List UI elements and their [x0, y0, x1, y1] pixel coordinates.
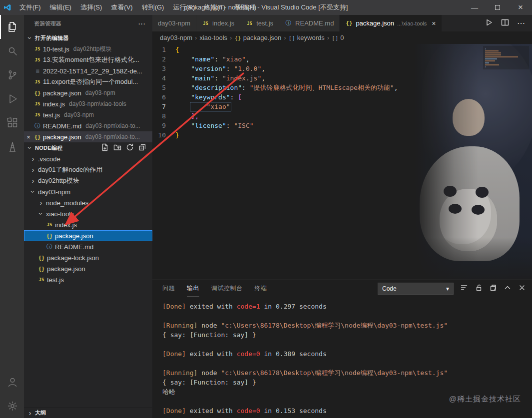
tower-icon[interactable] — [0, 135, 24, 159]
more-actions-icon[interactable]: ⋯ — [138, 19, 145, 28]
sidebar-title: 资源管理器 — [34, 20, 61, 27]
run-debug-icon[interactable] — [0, 87, 24, 111]
tree-item-4[interactable]: ›node_modules — [24, 197, 152, 208]
code-line-10[interactable]: 10} — [152, 130, 532, 140]
output-channel-select[interactable]: Code ▾ — [378, 283, 454, 295]
tree-item-11[interactable]: JStest.js — [24, 274, 152, 285]
menu-item-1[interactable]: 编辑(E) — [45, 0, 76, 15]
source-control-icon[interactable] — [0, 63, 24, 87]
unlock-button[interactable] — [475, 284, 483, 294]
code-token: "xiao" — [222, 55, 246, 63]
tree-item-10[interactable]: {}package.json — [24, 263, 152, 274]
open-editor-item-6[interactable]: JStest.jsday03-npm — [24, 109, 152, 120]
close-icon[interactable]: × — [24, 133, 33, 141]
close-panel-button[interactable] — [518, 284, 526, 294]
search-icon[interactable] — [0, 39, 24, 63]
workspace-section-header[interactable]: › NODE编程 — [24, 142, 152, 153]
code-line-3[interactable]: 3 "version": "1.0.0", — [152, 64, 532, 73]
code-line-5[interactable]: 5 "description": "提供铃鹿格式化时间、HTMLEscape相关… — [152, 83, 532, 92]
close-window-button[interactable]: × — [509, 0, 532, 15]
code-token: "version" — [191, 65, 226, 72]
maximize-button[interactable] — [486, 0, 509, 15]
minimize-button[interactable]: — — [463, 0, 486, 15]
settings-icon[interactable] — [0, 394, 24, 418]
extensions-icon[interactable] — [0, 111, 24, 135]
panel-tab-0[interactable]: 问题 — [162, 280, 175, 297]
code-text: "xiao" — [175, 102, 230, 111]
open-editor-item-7[interactable]: ⓘREADME.mdday03-npm\xiao-to... — [24, 120, 152, 131]
code-line-7[interactable]: 7 "xiao" — [152, 102, 532, 111]
tree-item-9[interactable]: {}package-lock.json — [24, 252, 152, 263]
code-token: "name" — [191, 55, 214, 63]
tree-item-6[interactable]: JSindex.js — [24, 219, 152, 230]
explorer-icon[interactable] — [0, 15, 24, 39]
new-folder-button[interactable] — [113, 143, 121, 152]
minimap-line — [485, 56, 518, 57]
tree-item-8[interactable]: ⓘREADME.md — [24, 241, 152, 252]
clear-output-button[interactable] — [460, 284, 468, 294]
breadcrumb-item-1[interactable]: xiao-tools — [199, 34, 227, 41]
tree-item-3[interactable]: ›day03-npm — [24, 186, 152, 197]
open-editor-item-8[interactable]: ×{}package.jsonday03-npm\xiao-to... — [24, 131, 152, 142]
open-editor-item-2[interactable]: ≡2022-02-15T14_22_29_158Z-de... — [24, 65, 152, 76]
code-line-1[interactable]: 1{ — [152, 45, 532, 54]
menu-item-2[interactable]: 选择(S) — [76, 0, 106, 15]
tab-2[interactable]: JStest.js — [240, 15, 279, 31]
minimap[interactable] — [483, 46, 529, 69]
breadcrumb-item-0[interactable]: day03-npm — [160, 34, 192, 41]
panel-tab-1[interactable]: 输出 — [187, 280, 199, 297]
breadcrumb-item-3[interactable]: []keywords — [289, 34, 325, 41]
code-line-6[interactable]: 6 "keywords": [ — [152, 92, 532, 102]
open-editor-item-5[interactable]: JSindex.jsday03-npm\xiao-tools — [24, 98, 152, 109]
panel-tab-3[interactable]: 终端 — [255, 280, 267, 297]
minimap-line — [485, 48, 486, 49]
open-editor-item-4[interactable]: {}package.jsonday03-npm — [24, 87, 152, 98]
code-line-2[interactable]: 2 "name": "xiao", — [152, 54, 532, 64]
code-line-9[interactable]: 9 "license": "ISC" — [152, 121, 532, 130]
file-name: 2022-02-15T14_22_29_158Z-de... — [43, 67, 142, 75]
tab-0[interactable]: day03-npm — [152, 15, 196, 31]
editor-pane[interactable]: 1{2 "name": "xiao",3 "version": "1.0.0",… — [152, 44, 532, 280]
file-description: day03-npm — [85, 89, 115, 96]
more-actions-button[interactable]: ⋯ — [517, 18, 525, 28]
file-name: README.md — [43, 122, 81, 130]
file-description: day03-npm\xiao-tools — [69, 100, 126, 107]
activity-bar-top — [0, 15, 24, 159]
tree-item-0[interactable]: ›.vscode — [24, 153, 152, 164]
outline-header[interactable]: › 大纲 — [24, 407, 152, 418]
breadcrumb-item-4[interactable]: []0 — [332, 34, 344, 41]
close-icon[interactable]: × — [432, 19, 436, 27]
panel-tab-2[interactable]: 调试控制台 — [211, 280, 243, 297]
tree-item-7[interactable]: {}package.json — [24, 230, 152, 241]
tab-bar-tabs: day03-npmJSindex.jsJStest.jsⓘREADME.md{}… — [152, 15, 442, 31]
new-file-button[interactable] — [101, 143, 109, 152]
pages-button[interactable] — [489, 284, 497, 294]
account-icon[interactable] — [0, 370, 24, 394]
tab-4[interactable]: {}package.json...\xiao-tools× — [340, 15, 442, 31]
tab-1[interactable]: JSindex.js — [196, 15, 240, 31]
window-title: package.json - node编程 - Visual Studio Co… — [184, 3, 348, 12]
breadcrumb-item-2[interactable]: {}package.json — [234, 34, 281, 41]
refresh-explorer-button[interactable] — [126, 143, 134, 152]
open-editor-item-1[interactable]: JS13.安装moment包来进行格式化... — [24, 54, 152, 65]
maximize-panel-button[interactable] — [504, 284, 512, 294]
tree-item-5[interactable]: ›xiao-tools — [24, 208, 152, 219]
collapse-folders-button[interactable] — [138, 143, 146, 152]
tree-item-2[interactable]: ›day02http模块 — [24, 175, 152, 186]
menu-item-0[interactable]: 文件(F) — [15, 0, 45, 15]
file-description: day03-npm\xiao-to... — [85, 133, 140, 140]
code-line-8[interactable]: 8 ], — [152, 111, 532, 121]
code-line-4[interactable]: 4 "main": "index.js", — [152, 73, 532, 83]
split-editor-button[interactable] — [501, 18, 509, 28]
open-editors-header[interactable]: › 打开的编辑器 — [24, 32, 152, 43]
run-code-button[interactable] — [485, 18, 493, 28]
open-editor-item-3[interactable]: JS11.export是否指向同一个modul... — [24, 76, 152, 87]
code-token: , — [246, 55, 250, 63]
open-editor-item-0[interactable]: JS10-test.jsday02http模块 — [24, 43, 152, 54]
output-line-4 — [162, 340, 525, 349]
tree-item-1[interactable]: ›day01了解node的作用 — [24, 164, 152, 175]
tab-3[interactable]: ⓘREADME.md — [279, 15, 340, 31]
menu-item-3[interactable]: 查看(V) — [106, 0, 137, 15]
menu-item-4[interactable]: 转到(G) — [137, 0, 169, 15]
output-token: in 0.297 seconds — [260, 303, 327, 310]
